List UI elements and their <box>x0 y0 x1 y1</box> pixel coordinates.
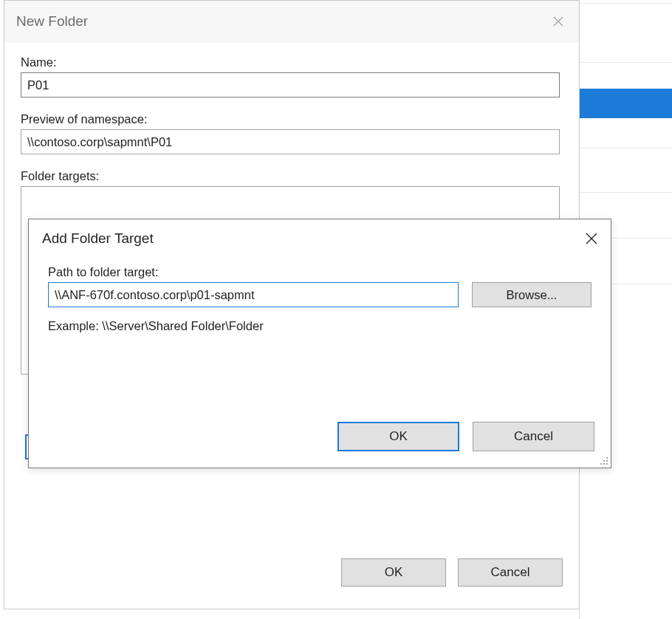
preview-value: \\contoso.corp\sapmnt\P01 <box>27 135 172 149</box>
add-target-titlebar[interactable]: Add Folder Target <box>29 219 611 258</box>
new-folder-cancel-button[interactable]: Cancel <box>458 558 563 586</box>
close-icon[interactable] <box>580 227 603 250</box>
example-text: Example: \\Server\Shared Folder\Folder <box>48 319 592 333</box>
add-target-ok-button[interactable]: OK <box>337 422 459 451</box>
add-folder-target-dialog: Add Folder Target Path to folder target:… <box>28 219 611 468</box>
path-label: Path to folder target: <box>48 265 592 279</box>
name-label: Name: <box>21 55 563 69</box>
path-input[interactable] <box>48 282 459 307</box>
preview-label: Preview of namespace: <box>21 112 563 126</box>
add-target-title: Add Folder Target <box>42 230 154 247</box>
close-icon[interactable] <box>546 10 570 33</box>
preview-field: \\contoso.corp\sapmnt\P01 <box>21 129 560 154</box>
name-input[interactable] <box>21 72 560 98</box>
resize-grip-icon[interactable] <box>597 454 608 465</box>
new-folder-title: New Folder <box>16 13 88 30</box>
add-target-cancel-button[interactable]: Cancel <box>473 422 594 451</box>
folder-targets-label: Folder targets: <box>21 169 563 183</box>
new-folder-titlebar[interactable]: New Folder <box>4 1 579 42</box>
browse-button[interactable]: Browse... <box>472 282 592 307</box>
new-folder-ok-button[interactable]: OK <box>341 558 446 586</box>
